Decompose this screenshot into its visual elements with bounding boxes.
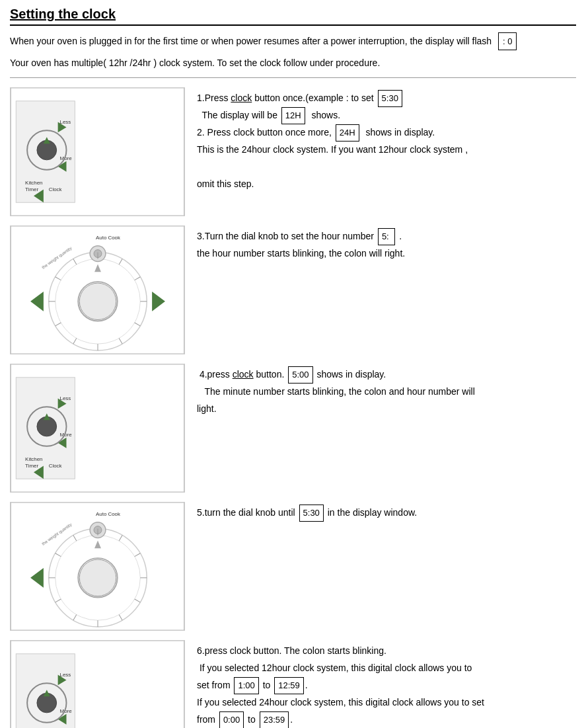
step-5-diagram: Kitchen Timer Clock More Less	[10, 640, 185, 728]
svg-text:Kitchen: Kitchen	[25, 456, 42, 462]
step-1-text: 1.Press clock button once.(example : to …	[197, 87, 576, 193]
svg-text:Clock: Clock	[49, 186, 62, 192]
intro-paragraph-2: Your oven has multiple( 12hr /24hr ) clo…	[10, 56, 576, 70]
step-4-diagram: Auto Cook the weight quantity	[10, 502, 185, 631]
svg-text:Auto Cook: Auto Cook	[96, 511, 120, 517]
divider	[10, 77, 576, 78]
step-5-text: 6.press clock button. The colon starts b…	[197, 640, 576, 728]
step-5-row: Kitchen Timer Clock More Less 6.press cl…	[10, 640, 576, 728]
svg-point-60	[79, 559, 116, 596]
svg-text:Timer: Timer	[25, 463, 38, 469]
step-3-diagram: Kitchen Timer Clock More Less	[10, 364, 185, 493]
svg-text:Auto Cook: Auto Cook	[96, 235, 120, 241]
intro-paragraph-1: When your oven is plugged in for the fir…	[10, 32, 576, 50]
step-2-diagram: Auto Cook the weight quantity	[10, 225, 185, 354]
step-3-text: 4.press clock button. 5:00 shows in disp…	[197, 364, 576, 418]
svg-text:Kitchen: Kitchen	[25, 180, 42, 186]
step-2-text: 3.Turn the dial knob to set the hour num…	[197, 225, 576, 263]
flash-display: : 0	[498, 32, 517, 50]
step-3-row: Kitchen Timer Clock More Less 4.press cl…	[10, 364, 576, 493]
step-4-text: 5.turn the dial knob until 5:30 in the d…	[197, 502, 576, 522]
svg-text:Timer: Timer	[25, 186, 38, 192]
step-4-row: Auto Cook the weight quantity	[10, 502, 576, 631]
step-2-row: Auto Cook the weight quantity	[10, 225, 576, 354]
svg-text:Clock: Clock	[49, 463, 62, 469]
page-title: Setting the clock	[10, 7, 576, 26]
step-1-diagram: Kitchen Timer Clock More Less	[10, 87, 185, 216]
step-1-row: Kitchen Timer Clock More Less	[10, 87, 576, 216]
svg-point-21	[79, 283, 116, 319]
